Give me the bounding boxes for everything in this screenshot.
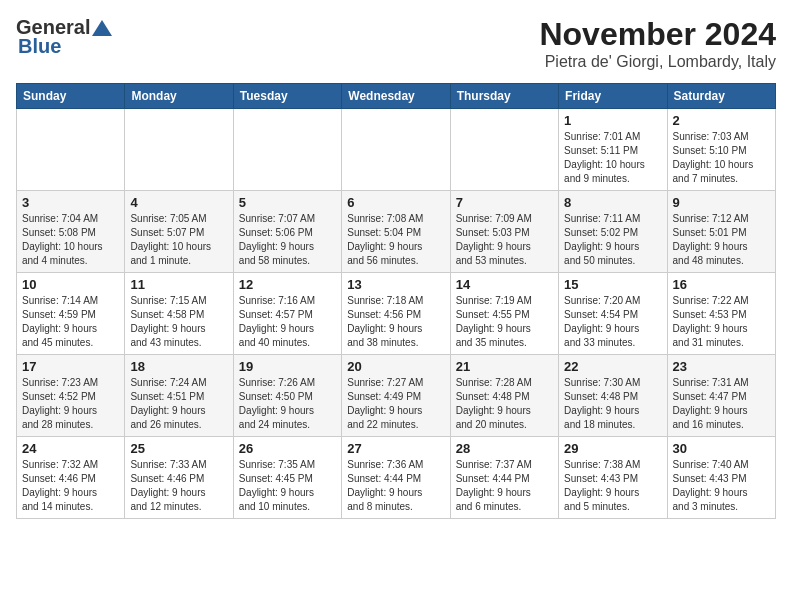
day-info: Sunrise: 7:37 AM Sunset: 4:44 PM Dayligh… (456, 458, 553, 514)
logo-blue-text: Blue (18, 35, 61, 58)
calendar-cell: 1Sunrise: 7:01 AM Sunset: 5:11 PM Daylig… (559, 109, 667, 191)
calendar-cell: 18Sunrise: 7:24 AM Sunset: 4:51 PM Dayli… (125, 355, 233, 437)
calendar-cell: 30Sunrise: 7:40 AM Sunset: 4:43 PM Dayli… (667, 437, 775, 519)
day-info: Sunrise: 7:15 AM Sunset: 4:58 PM Dayligh… (130, 294, 227, 350)
calendar-cell: 12Sunrise: 7:16 AM Sunset: 4:57 PM Dayli… (233, 273, 341, 355)
day-info: Sunrise: 7:38 AM Sunset: 4:43 PM Dayligh… (564, 458, 661, 514)
day-info: Sunrise: 7:36 AM Sunset: 4:44 PM Dayligh… (347, 458, 444, 514)
location-subtitle: Pietra de' Giorgi, Lombardy, Italy (539, 53, 776, 71)
day-number: 25 (130, 441, 227, 456)
day-number: 24 (22, 441, 119, 456)
day-number: 30 (673, 441, 770, 456)
month-title: November 2024 (539, 16, 776, 53)
calendar-cell: 23Sunrise: 7:31 AM Sunset: 4:47 PM Dayli… (667, 355, 775, 437)
day-info: Sunrise: 7:03 AM Sunset: 5:10 PM Dayligh… (673, 130, 770, 186)
day-number: 4 (130, 195, 227, 210)
calendar-cell: 27Sunrise: 7:36 AM Sunset: 4:44 PM Dayli… (342, 437, 450, 519)
day-info: Sunrise: 7:31 AM Sunset: 4:47 PM Dayligh… (673, 376, 770, 432)
day-info: Sunrise: 7:18 AM Sunset: 4:56 PM Dayligh… (347, 294, 444, 350)
day-number: 18 (130, 359, 227, 374)
day-info: Sunrise: 7:08 AM Sunset: 5:04 PM Dayligh… (347, 212, 444, 268)
calendar-cell (125, 109, 233, 191)
calendar-cell (17, 109, 125, 191)
calendar-cell: 2Sunrise: 7:03 AM Sunset: 5:10 PM Daylig… (667, 109, 775, 191)
day-number: 23 (673, 359, 770, 374)
svg-marker-0 (92, 20, 112, 36)
logo: General Blue (16, 16, 112, 58)
calendar-cell (342, 109, 450, 191)
calendar-cell: 3Sunrise: 7:04 AM Sunset: 5:08 PM Daylig… (17, 191, 125, 273)
day-info: Sunrise: 7:14 AM Sunset: 4:59 PM Dayligh… (22, 294, 119, 350)
day-number: 27 (347, 441, 444, 456)
calendar-cell: 9Sunrise: 7:12 AM Sunset: 5:01 PM Daylig… (667, 191, 775, 273)
calendar-cell: 13Sunrise: 7:18 AM Sunset: 4:56 PM Dayli… (342, 273, 450, 355)
calendar-cell: 19Sunrise: 7:26 AM Sunset: 4:50 PM Dayli… (233, 355, 341, 437)
calendar-cell: 6Sunrise: 7:08 AM Sunset: 5:04 PM Daylig… (342, 191, 450, 273)
day-number: 29 (564, 441, 661, 456)
day-number: 1 (564, 113, 661, 128)
day-number: 11 (130, 277, 227, 292)
day-number: 14 (456, 277, 553, 292)
day-info: Sunrise: 7:30 AM Sunset: 4:48 PM Dayligh… (564, 376, 661, 432)
day-number: 10 (22, 277, 119, 292)
week-row-4: 17Sunrise: 7:23 AM Sunset: 4:52 PM Dayli… (17, 355, 776, 437)
calendar-cell: 17Sunrise: 7:23 AM Sunset: 4:52 PM Dayli… (17, 355, 125, 437)
weekday-header-row: SundayMondayTuesdayWednesdayThursdayFrid… (17, 84, 776, 109)
day-info: Sunrise: 7:16 AM Sunset: 4:57 PM Dayligh… (239, 294, 336, 350)
day-number: 20 (347, 359, 444, 374)
weekday-header-thursday: Thursday (450, 84, 558, 109)
calendar-table: SundayMondayTuesdayWednesdayThursdayFrid… (16, 83, 776, 519)
day-info: Sunrise: 7:22 AM Sunset: 4:53 PM Dayligh… (673, 294, 770, 350)
day-info: Sunrise: 7:24 AM Sunset: 4:51 PM Dayligh… (130, 376, 227, 432)
day-info: Sunrise: 7:40 AM Sunset: 4:43 PM Dayligh… (673, 458, 770, 514)
calendar-cell: 15Sunrise: 7:20 AM Sunset: 4:54 PM Dayli… (559, 273, 667, 355)
calendar-cell: 25Sunrise: 7:33 AM Sunset: 4:46 PM Dayli… (125, 437, 233, 519)
day-number: 13 (347, 277, 444, 292)
calendar-cell: 24Sunrise: 7:32 AM Sunset: 4:46 PM Dayli… (17, 437, 125, 519)
calendar-cell: 10Sunrise: 7:14 AM Sunset: 4:59 PM Dayli… (17, 273, 125, 355)
week-row-5: 24Sunrise: 7:32 AM Sunset: 4:46 PM Dayli… (17, 437, 776, 519)
day-info: Sunrise: 7:04 AM Sunset: 5:08 PM Dayligh… (22, 212, 119, 268)
day-number: 6 (347, 195, 444, 210)
day-info: Sunrise: 7:27 AM Sunset: 4:49 PM Dayligh… (347, 376, 444, 432)
calendar-cell (450, 109, 558, 191)
day-number: 15 (564, 277, 661, 292)
day-number: 26 (239, 441, 336, 456)
day-number: 16 (673, 277, 770, 292)
calendar-cell: 11Sunrise: 7:15 AM Sunset: 4:58 PM Dayli… (125, 273, 233, 355)
weekday-header-friday: Friday (559, 84, 667, 109)
week-row-1: 1Sunrise: 7:01 AM Sunset: 5:11 PM Daylig… (17, 109, 776, 191)
day-number: 21 (456, 359, 553, 374)
calendar-cell: 21Sunrise: 7:28 AM Sunset: 4:48 PM Dayli… (450, 355, 558, 437)
day-number: 7 (456, 195, 553, 210)
day-number: 8 (564, 195, 661, 210)
day-number: 12 (239, 277, 336, 292)
day-info: Sunrise: 7:09 AM Sunset: 5:03 PM Dayligh… (456, 212, 553, 268)
day-info: Sunrise: 7:07 AM Sunset: 5:06 PM Dayligh… (239, 212, 336, 268)
weekday-header-sunday: Sunday (17, 84, 125, 109)
week-row-3: 10Sunrise: 7:14 AM Sunset: 4:59 PM Dayli… (17, 273, 776, 355)
day-info: Sunrise: 7:19 AM Sunset: 4:55 PM Dayligh… (456, 294, 553, 350)
logo-arrow-icon (92, 20, 112, 36)
day-info: Sunrise: 7:01 AM Sunset: 5:11 PM Dayligh… (564, 130, 661, 186)
calendar-cell: 20Sunrise: 7:27 AM Sunset: 4:49 PM Dayli… (342, 355, 450, 437)
day-number: 3 (22, 195, 119, 210)
day-number: 9 (673, 195, 770, 210)
calendar-cell: 8Sunrise: 7:11 AM Sunset: 5:02 PM Daylig… (559, 191, 667, 273)
day-number: 5 (239, 195, 336, 210)
calendar-cell: 26Sunrise: 7:35 AM Sunset: 4:45 PM Dayli… (233, 437, 341, 519)
calendar-cell: 5Sunrise: 7:07 AM Sunset: 5:06 PM Daylig… (233, 191, 341, 273)
day-info: Sunrise: 7:32 AM Sunset: 4:46 PM Dayligh… (22, 458, 119, 514)
calendar-cell: 4Sunrise: 7:05 AM Sunset: 5:07 PM Daylig… (125, 191, 233, 273)
weekday-header-saturday: Saturday (667, 84, 775, 109)
day-number: 22 (564, 359, 661, 374)
weekday-header-monday: Monday (125, 84, 233, 109)
day-info: Sunrise: 7:05 AM Sunset: 5:07 PM Dayligh… (130, 212, 227, 268)
calendar-cell: 29Sunrise: 7:38 AM Sunset: 4:43 PM Dayli… (559, 437, 667, 519)
calendar-cell: 7Sunrise: 7:09 AM Sunset: 5:03 PM Daylig… (450, 191, 558, 273)
calendar-cell: 22Sunrise: 7:30 AM Sunset: 4:48 PM Dayli… (559, 355, 667, 437)
day-info: Sunrise: 7:12 AM Sunset: 5:01 PM Dayligh… (673, 212, 770, 268)
week-row-2: 3Sunrise: 7:04 AM Sunset: 5:08 PM Daylig… (17, 191, 776, 273)
weekday-header-wednesday: Wednesday (342, 84, 450, 109)
title-section: November 2024 Pietra de' Giorgi, Lombard… (539, 16, 776, 71)
